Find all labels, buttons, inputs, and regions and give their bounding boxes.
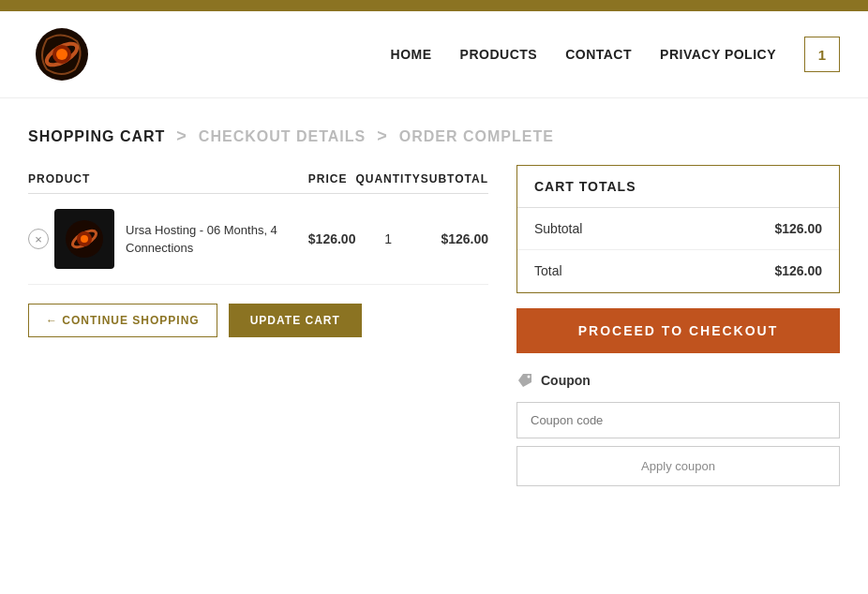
cart-actions: ← CONTINUE SHOPPING UPDATE CART (28, 304, 488, 337)
product-cell: Ursa Hosting - 06 Months, 4 Connections (54, 209, 308, 269)
col-subtotal: SUBTOTAL (421, 165, 488, 194)
subtotal-row: Subtotal $126.00 (517, 208, 839, 250)
main-nav: HOME PRODUCTS CONTACT PRIVACY POLICY (391, 47, 776, 62)
product-name: Ursa Hosting - 06 Months, 4 Connections (126, 221, 308, 258)
main-content: PRODUCT PRICE QUANTITY SUBTOTAL × (0, 156, 868, 514)
product-qty: 1 (355, 194, 420, 285)
breadcrumb-sep2: > (377, 126, 388, 146)
product-subtotal: $126.00 (421, 194, 488, 285)
cart-table: PRODUCT PRICE QUANTITY SUBTOTAL × (28, 165, 488, 285)
product-price: $126.00 (308, 194, 356, 285)
breadcrumb-step2: CHECKOUT DETAILS (199, 128, 366, 145)
update-cart-button[interactable]: UPDATE CART (229, 304, 362, 337)
logo-area (28, 21, 96, 88)
header: HOME PRODUCTS CONTACT PRIVACY POLICY 1 (0, 11, 868, 98)
svg-point-8 (81, 235, 88, 243)
total-value: $126.00 (774, 263, 822, 278)
nav-home[interactable]: HOME (391, 47, 432, 62)
cart-section: PRODUCT PRICE QUANTITY SUBTOTAL × (28, 165, 488, 486)
breadcrumb: SHOPPING CART > CHECKOUT DETAILS > ORDER… (28, 126, 840, 146)
cart-totals-box: CART TOTALS Subtotal $126.00 Total $126.… (516, 165, 840, 293)
total-row: Total $126.00 (517, 250, 839, 292)
col-price: PRICE (308, 165, 356, 194)
nav-privacy[interactable]: PRIVACY POLICY (660, 47, 776, 62)
coupon-section: Coupon Apply coupon (516, 372, 840, 486)
cart-totals-header: CART TOTALS (517, 166, 839, 208)
nav-contact[interactable]: CONTACT (565, 47, 632, 62)
product-thumbnail (54, 209, 114, 269)
logo-icon (28, 21, 96, 88)
continue-shopping-button[interactable]: ← CONTINUE SHOPPING (28, 304, 217, 337)
apply-coupon-button[interactable]: Apply coupon (516, 446, 840, 486)
breadcrumb-sep1: > (176, 126, 187, 146)
subtotal-value: $126.00 (774, 221, 822, 236)
top-bar (0, 0, 868, 11)
cart-count: 1 (818, 47, 826, 63)
tag-icon (516, 372, 533, 389)
breadcrumb-section: SHOPPING CART > CHECKOUT DETAILS > ORDER… (0, 98, 868, 156)
coupon-text: Coupon (541, 373, 591, 388)
total-label: Total (534, 263, 562, 278)
nav-products[interactable]: PRODUCTS (460, 47, 538, 62)
table-row: × (28, 194, 488, 285)
breadcrumb-step3: ORDER COMPLETE (399, 128, 554, 145)
coupon-label: Coupon (516, 372, 840, 389)
coupon-input[interactable] (516, 402, 840, 438)
svg-point-3 (56, 49, 67, 60)
sidebar-section: CART TOTALS Subtotal $126.00 Total $126.… (516, 165, 840, 486)
remove-item-button[interactable]: × (28, 229, 49, 249)
subtotal-label: Subtotal (534, 221, 582, 236)
cart-icon[interactable]: 1 (804, 37, 840, 72)
col-product: PRODUCT (28, 165, 308, 194)
proceed-checkout-button[interactable]: PROCEED TO CHECKOUT (516, 308, 840, 353)
breadcrumb-step1: SHOPPING CART (28, 128, 165, 145)
svg-point-9 (528, 376, 531, 379)
col-quantity: QUANTITY (355, 165, 420, 194)
